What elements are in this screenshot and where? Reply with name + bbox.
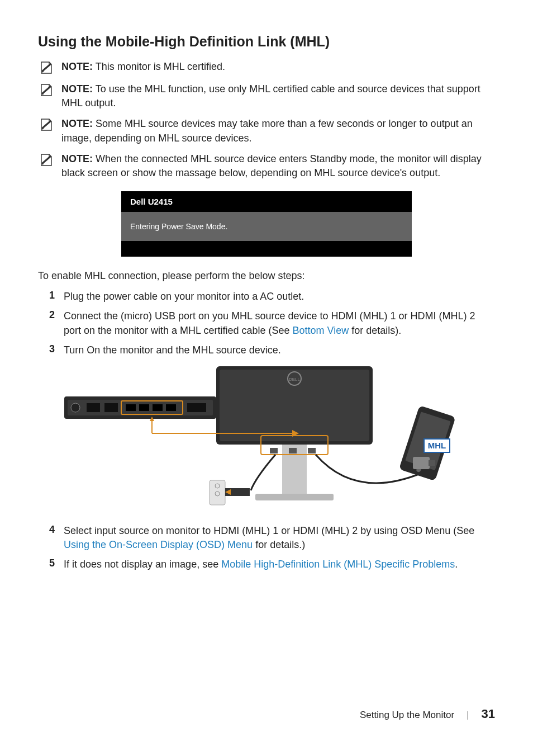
- step-text: Connect the (micro) USB port on you MHL …: [64, 309, 495, 337]
- note-label: NOTE:: [61, 83, 93, 94]
- page-number: 31: [482, 707, 495, 721]
- note-icon: [38, 82, 54, 98]
- step-number: 3: [46, 343, 55, 355]
- cross-reference-link[interactable]: Using the On-Screen Display (OSD) Menu: [64, 539, 253, 550]
- cross-reference-link[interactable]: Bottom View: [293, 325, 349, 336]
- step-text-fragment: Connect the (micro) USB port on you MHL …: [64, 310, 475, 336]
- step-number: 4: [46, 524, 55, 536]
- cross-reference-link[interactable]: Mobile High-Definition Link (MHL) Specif…: [221, 559, 455, 570]
- svg-rect-5: [255, 494, 334, 500]
- note-label: NOTE:: [61, 61, 93, 72]
- note-icon: [38, 117, 54, 133]
- step-text: If it does not display an image, see Mob…: [64, 557, 458, 571]
- step-text-fragment: Plug the power cable on your monitor int…: [64, 291, 304, 302]
- svg-rect-20: [187, 403, 206, 412]
- note-icon: [38, 60, 54, 75]
- note-text: NOTE: This monitor is MHL certified.: [61, 60, 225, 74]
- svg-rect-34: [429, 460, 435, 466]
- footer-divider: |: [467, 710, 469, 721]
- note-body: Some MHL source devices may take more th…: [61, 118, 473, 143]
- note-text: NOTE: Some MHL source devices may take m…: [61, 117, 495, 145]
- note-text: NOTE: To use the MHL function, use only …: [61, 82, 495, 110]
- step-number: 1: [46, 290, 55, 301]
- note-block: NOTE: When the connected MHL source devi…: [38, 152, 495, 180]
- note-icon: [38, 152, 54, 168]
- note-body: This monitor is MHL certified.: [93, 61, 225, 72]
- step-item: 5If it does not display an image, see Mo…: [46, 557, 495, 571]
- osd-message-box: Dell U2415 Entering Power Save Mode.: [121, 191, 412, 257]
- svg-rect-17: [139, 404, 149, 411]
- note-block: NOTE: Some MHL source devices may take m…: [38, 117, 495, 145]
- connection-diagram: DELL: [54, 366, 479, 513]
- osd-footer: [121, 241, 412, 257]
- step-text: Turn On the monitor and the MHL source d…: [64, 343, 281, 357]
- step-text-fragment: Select input source on monitor to HDMI (…: [64, 525, 474, 536]
- svg-rect-18: [153, 404, 163, 411]
- svg-point-12: [71, 403, 80, 412]
- step-item: 3Turn On the monitor and the MHL source …: [46, 343, 495, 357]
- note-block: NOTE: To use the MHL function, use only …: [38, 82, 495, 110]
- step-number: 5: [46, 557, 55, 569]
- svg-rect-7: [270, 448, 278, 453]
- step-text-fragment: Turn On the monitor and the MHL source d…: [64, 344, 281, 356]
- note-body: To use the MHL function, use only MHL ce…: [61, 83, 480, 108]
- svg-rect-14: [104, 403, 118, 412]
- section-heading: Using the Mobile-High Definition Link (M…: [38, 34, 495, 50]
- step-text: Plug the power cable on your monitor int…: [64, 290, 304, 304]
- diagram-mhl-label: MHL: [428, 441, 446, 450]
- svg-rect-13: [87, 403, 100, 412]
- step-item: 2Connect the (micro) USB port on you MHL…: [46, 309, 495, 337]
- step-text: Select input source on monitor to HDMI (…: [64, 524, 495, 552]
- note-block: NOTE: This monitor is MHL certified.: [38, 60, 495, 75]
- footer-section-name: Setting Up the Monitor: [360, 710, 454, 721]
- svg-rect-33: [413, 457, 430, 469]
- step-text-fragment: for details).: [349, 325, 401, 336]
- svg-rect-16: [126, 404, 136, 411]
- step-text-fragment: .: [455, 559, 458, 570]
- note-label: NOTE:: [61, 118, 93, 129]
- step-text-fragment: If it does not display an image, see: [64, 559, 221, 570]
- step-text-fragment: for details.): [253, 539, 305, 550]
- note-text: NOTE: When the connected MHL source devi…: [61, 152, 495, 180]
- intro-text: To enable MHL connection, please perform…: [38, 270, 495, 282]
- svg-rect-19: [166, 404, 176, 411]
- svg-rect-8: [289, 448, 297, 453]
- note-label: NOTE:: [61, 153, 93, 164]
- svg-text:DELL: DELL: [289, 377, 301, 382]
- step-number: 2: [46, 309, 55, 321]
- step-item: 4Select input source on monitor to HDMI …: [46, 524, 495, 552]
- note-body: When the connected MHL source device ent…: [61, 153, 482, 178]
- svg-rect-9: [308, 448, 316, 453]
- svg-rect-25: [210, 480, 225, 505]
- osd-body: Entering Power Save Mode.: [121, 212, 412, 241]
- osd-title: Dell U2415: [121, 191, 412, 212]
- page-footer: Setting Up the Monitor | 31: [360, 707, 495, 721]
- step-item: 1Plug the power cable on your monitor in…: [46, 290, 495, 304]
